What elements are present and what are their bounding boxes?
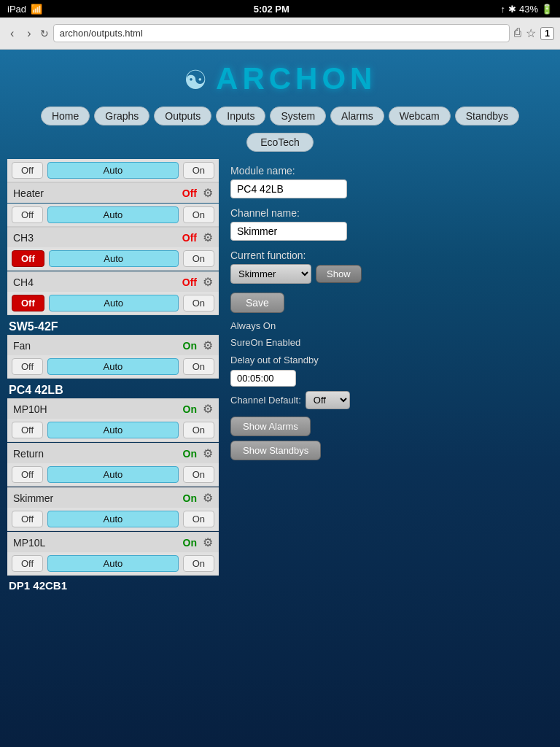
mp10h-gear-icon[interactable]: ⚙ [203, 402, 213, 416]
mp10l-channel-block: MP10L On ⚙ Off Auto On [7, 532, 219, 576]
mp10l-auto-btn[interactable]: Auto [47, 555, 179, 572]
heater-status: Off [182, 187, 197, 199]
save-button[interactable]: Save [230, 293, 284, 313]
mp10h-on-btn[interactable]: On [183, 422, 214, 438]
fan-channel-block: Fan On ⚙ Off Auto On [7, 335, 219, 379]
ch3-top-auto-btn[interactable]: Auto [47, 206, 179, 223]
mp10l-gear-icon[interactable]: ⚙ [203, 535, 213, 549]
return-on-btn[interactable]: On [183, 466, 214, 483]
fan-off-btn[interactable]: Off [12, 358, 43, 375]
time-input[interactable] [230, 370, 296, 387]
bookmark-icon[interactable]: ☆ [526, 26, 536, 40]
return-name: Return [13, 448, 183, 460]
nav-webcam[interactable]: Webcam [389, 107, 451, 125]
ch3-bottom-off-btn[interactable]: Off [12, 250, 44, 267]
browser-bar: ‹ › ↻ ⎙ ☆ 1 [0, 18, 560, 50]
fan-status: On [183, 340, 197, 352]
heater-top-off-btn[interactable]: Off [12, 162, 43, 179]
skimmer-name-row: Skimmer On ⚙ [7, 487, 219, 508]
skimmer-control-row: Off Auto On [7, 508, 219, 531]
reload-button[interactable]: ↻ [40, 28, 49, 39]
return-gear-icon[interactable]: ⚙ [203, 446, 213, 460]
nav-inputs[interactable]: Inputs [216, 107, 265, 125]
fan-auto-btn[interactable]: Auto [47, 358, 179, 375]
nav-alarms[interactable]: Alarms [330, 107, 384, 125]
ipad-label: iPad [7, 4, 26, 15]
ch3-top-on-btn[interactable]: On [183, 206, 214, 223]
current-function-label: Current function: [230, 249, 550, 261]
sureon-enabled-text: SureOn Enabled [230, 334, 550, 351]
skimmer-auto-btn[interactable]: Auto [47, 511, 179, 527]
logo-text: ARCHON [216, 61, 376, 96]
ch3-bottom-on-btn[interactable]: On [183, 250, 214, 267]
forward-button[interactable]: › [23, 26, 35, 42]
bluetooth-icon: ✱ [508, 4, 516, 15]
show-button[interactable]: Show [316, 265, 362, 283]
channel-name-input[interactable] [230, 222, 347, 241]
ch3-channel-block: Off Auto On CH3 Off ⚙ Off Auto On [7, 204, 219, 271]
pc442lb-header: PC4 42LB [7, 379, 219, 398]
tab-count[interactable]: 1 [540, 27, 554, 40]
show-alarms-button[interactable]: Show Alarms [230, 417, 311, 436]
fan-name-row: Fan On ⚙ [7, 335, 219, 355]
fan-on-btn[interactable]: On [183, 358, 214, 375]
function-row: Skimmer Always On Light Return Pump Show [230, 264, 550, 284]
ch4-bottom-auto-btn[interactable]: Auto [49, 295, 179, 311]
ch4-bottom-on-btn[interactable]: On [183, 295, 214, 311]
mp10l-on-btn[interactable]: On [183, 555, 214, 572]
back-button[interactable]: ‹ [6, 26, 18, 42]
show-standbys-button[interactable]: Show Standbys [230, 441, 321, 460]
url-bar[interactable] [53, 24, 510, 42]
ch4-name-row: CH4 Off ⚙ [7, 271, 219, 292]
nav-system[interactable]: System [270, 107, 326, 125]
status-time: 5:02 PM [254, 4, 289, 15]
nav-graphs[interactable]: Graphs [94, 107, 149, 125]
sw542f-header: SW5-42F [7, 316, 219, 335]
device-list: Off Auto On Heater Off ⚙ Off Auto On [7, 159, 219, 595]
mp10l-off-btn[interactable]: Off [12, 555, 43, 572]
ch4-gear-icon[interactable]: ⚙ [203, 275, 213, 289]
skimmer-channel-block: Skimmer On ⚙ Off Auto On [7, 487, 219, 531]
ch3-gear-icon[interactable]: ⚙ [203, 231, 213, 244]
ch3-name-row: CH3 Off ⚙ [7, 227, 219, 247]
nav-outputs[interactable]: Outputs [154, 107, 211, 125]
heater-top-on-btn[interactable]: On [183, 162, 214, 179]
always-on-text: Always On [230, 317, 550, 334]
heater-top-control: Off Auto On [7, 159, 219, 182]
channel-default-select[interactable]: Off On Auto [306, 391, 350, 409]
nav-home[interactable]: Home [41, 107, 90, 125]
ch4-bottom-off-btn[interactable]: Off [12, 295, 44, 311]
battery-text: 43% [519, 4, 538, 15]
fan-control-row: Off Auto On [7, 355, 219, 379]
skimmer-off-btn[interactable]: Off [12, 511, 43, 527]
mp10h-control-row: Off Auto On [7, 419, 219, 442]
heater-name: Heater [13, 187, 182, 199]
share-icon[interactable]: ⎙ [514, 26, 521, 40]
mp10h-off-btn[interactable]: Off [12, 422, 43, 438]
ch3-bottom-auto-btn[interactable]: Auto [49, 250, 179, 267]
heater-name-row: Heater Off ⚙ [7, 182, 219, 203]
nav-standbys[interactable]: Standbys [455, 107, 519, 125]
delay-standby-text: Delay out of Standby [230, 352, 550, 368]
battery-icon: 🔋 [541, 4, 553, 15]
heater-gear-icon[interactable]: ⚙ [203, 186, 213, 200]
skimmer-gear-icon[interactable]: ⚙ [203, 491, 213, 505]
skimmer-on-btn[interactable]: On [183, 511, 214, 527]
ch4-name: CH4 [13, 276, 182, 288]
return-name-row: Return On ⚙ [7, 443, 219, 463]
heater-top-auto-btn[interactable]: Auto [47, 162, 179, 179]
fan-gear-icon[interactable]: ⚙ [203, 338, 213, 352]
ch4-bottom-control: Off Auto On [7, 292, 219, 315]
mp10l-name: MP10L [13, 537, 183, 549]
mp10l-name-row: MP10L On ⚙ [7, 532, 219, 552]
ch3-top-off-btn[interactable]: Off [12, 206, 43, 223]
mp10h-status: On [183, 403, 197, 415]
function-select[interactable]: Skimmer Always On Light Return Pump [230, 264, 311, 284]
mp10h-auto-btn[interactable]: Auto [47, 422, 179, 438]
ecotech-button[interactable]: EcoTech [246, 133, 314, 152]
return-auto-btn[interactable]: Auto [47, 466, 179, 483]
return-status: On [183, 448, 197, 460]
return-off-btn[interactable]: Off [12, 466, 43, 483]
module-name-input[interactable] [230, 179, 347, 198]
right-panel: Module name: Channel name: Current funct… [228, 159, 553, 595]
